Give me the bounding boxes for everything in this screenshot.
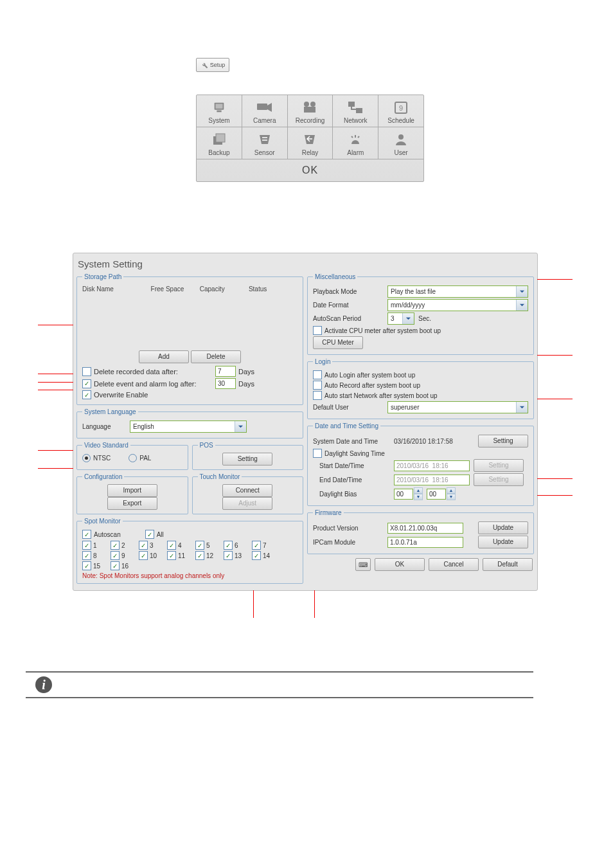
spot-channel-14[interactable]: ✓14 [252,551,275,560]
spot-channel-3[interactable]: ✓3 [139,541,162,550]
legend: System Language [82,408,138,415]
bias-hours-input[interactable] [394,489,413,500]
spot-channel-checkbox[interactable]: ✓ [195,541,204,550]
arrow-up-icon[interactable]: ▲ [414,487,423,494]
spot-channel-checkbox[interactable]: ✓ [224,541,233,550]
tab-network[interactable]: Network [333,95,378,127]
spot-channel-checkbox[interactable]: ✓ [111,541,120,550]
tab-system[interactable]: System [197,95,242,127]
autoscan-checkbox[interactable]: ✓ [82,530,91,539]
spot-channel-6[interactable]: ✓6 [224,541,247,550]
setup-button-label: Setup [210,62,226,68]
keyboard-icon[interactable]: ⌨ [355,558,371,571]
spot-channel-checkbox[interactable]: ✓ [252,541,261,550]
spot-channel-4[interactable]: ✓4 [167,541,190,550]
auto-record-checkbox[interactable] [313,381,322,390]
spot-channel-1[interactable]: ✓1 [82,541,105,550]
spot-channel-checkbox[interactable]: ✓ [139,551,148,560]
spot-channel-checkbox[interactable]: ✓ [82,561,91,570]
disk-list[interactable] [82,295,298,350]
delete-recorded-checkbox[interactable] [82,367,91,376]
bias-minutes-spinner[interactable]: ▲▼ [427,487,456,500]
product-version-label: Product Version [313,525,384,532]
autoscan-period-dropdown[interactable]: 3 [387,312,414,325]
spot-channel-7[interactable]: ✓7 [252,541,275,550]
spot-channel-checkbox[interactable]: ✓ [167,551,176,560]
spot-channel-checkbox[interactable]: ✓ [224,551,233,560]
import-button[interactable]: Import [107,484,157,497]
date-format-label: Date Format [313,302,384,309]
date-format-dropdown[interactable]: mm/dd/yyyy [387,299,528,311]
ok-button[interactable]: OK [375,558,425,571]
pos-setting-button[interactable]: Setting [222,453,272,466]
spot-channel-checkbox[interactable]: ✓ [82,541,91,550]
default-button[interactable]: Default [483,558,533,571]
spot-channel-8[interactable]: ✓8 [82,551,105,560]
cpu-meter-button[interactable]: CPU Meter [313,336,363,349]
dst-end-setting-button: Setting [474,473,524,486]
bias-hours-spinner[interactable]: ▲▼ [394,487,423,500]
spot-channel-checkbox[interactable]: ✓ [252,551,261,560]
col-free-space: Free Space [151,285,200,293]
setup-button[interactable]: Setup [196,58,229,72]
arrow-down-icon[interactable]: ▼ [414,494,423,500]
spot-channel-label: 5 [206,542,210,549]
connect-button[interactable]: Connect [222,484,272,497]
tab-alarm[interactable]: Alarm [333,127,378,159]
update-product-button[interactable]: Update [478,521,528,534]
arrow-down-icon[interactable]: ▼ [447,494,456,500]
tab-user[interactable]: User [378,127,423,159]
spot-channel-label: 7 [263,542,267,549]
add-button[interactable]: Add [139,350,189,363]
ntsc-radio[interactable] [82,454,91,462]
spot-channel-13[interactable]: ✓13 [224,551,247,560]
spot-channel-16[interactable]: ✓16 [111,561,134,570]
dst-checkbox[interactable] [313,449,322,458]
tab-backup[interactable]: Backup [197,127,242,159]
arrow-up-icon[interactable]: ▲ [447,487,456,494]
default-user-dropdown[interactable]: superuser [387,401,528,413]
auto-record-label: Auto Record after system boot up [324,382,420,389]
export-button[interactable]: Export [107,497,157,510]
autoscan-label: Autoscan [94,531,121,538]
spot-channel-label: 3 [150,542,154,549]
update-ipcam-button[interactable]: Update [478,536,528,548]
tab-sensor[interactable]: Sensor [242,127,288,159]
auto-network-checkbox[interactable] [313,391,322,400]
playback-mode-dropdown[interactable]: Play the last file [387,285,528,298]
spot-channel-checkbox[interactable]: ✓ [111,551,120,560]
overwrite-enable-checkbox[interactable]: ✓ [82,390,91,399]
delete-event-checkbox[interactable]: ✓ [82,379,91,388]
spot-channel-checkbox[interactable]: ✓ [111,561,120,570]
spot-channel-checkbox[interactable]: ✓ [195,551,204,560]
pal-radio[interactable] [129,454,137,462]
spot-channel-checkbox[interactable]: ✓ [167,541,176,550]
spot-channel-checkbox[interactable]: ✓ [82,551,91,560]
cpu-meter-checkbox[interactable] [313,326,322,335]
delete-recorded-days-input[interactable] [215,366,236,377]
spot-channel-2[interactable]: ✓2 [111,541,134,550]
toolbar-ok-button[interactable]: OK [197,159,423,181]
delete-event-days-input[interactable] [215,378,236,389]
product-version-input [387,523,463,534]
spot-channel-11[interactable]: ✓11 [167,551,190,560]
language-dropdown[interactable]: English [130,420,247,433]
spot-channel-15[interactable]: ✓15 [82,561,105,570]
spot-channel-5[interactable]: ✓5 [195,541,218,550]
spot-channel-9[interactable]: ✓9 [111,551,134,560]
cancel-button[interactable]: Cancel [429,558,479,571]
tab-recording[interactable]: Recording [288,95,333,127]
all-checkbox[interactable]: ✓ [145,530,154,539]
tab-camera[interactable]: Camera [242,95,288,127]
annotation-line [38,325,73,325]
auto-login-checkbox[interactable] [313,370,322,379]
delete-button[interactable]: Delete [191,350,241,363]
auto-network-label: Auto start Network after system boot up [324,392,438,399]
spot-channel-checkbox[interactable]: ✓ [139,541,148,550]
tab-relay[interactable]: Relay [288,127,333,159]
tab-schedule[interactable]: 9 Schedule [378,95,423,127]
spot-channel-10[interactable]: ✓10 [139,551,162,560]
datetime-setting-button[interactable]: Setting [478,435,528,448]
bias-minutes-input[interactable] [427,489,446,500]
spot-channel-12[interactable]: ✓12 [195,551,218,560]
